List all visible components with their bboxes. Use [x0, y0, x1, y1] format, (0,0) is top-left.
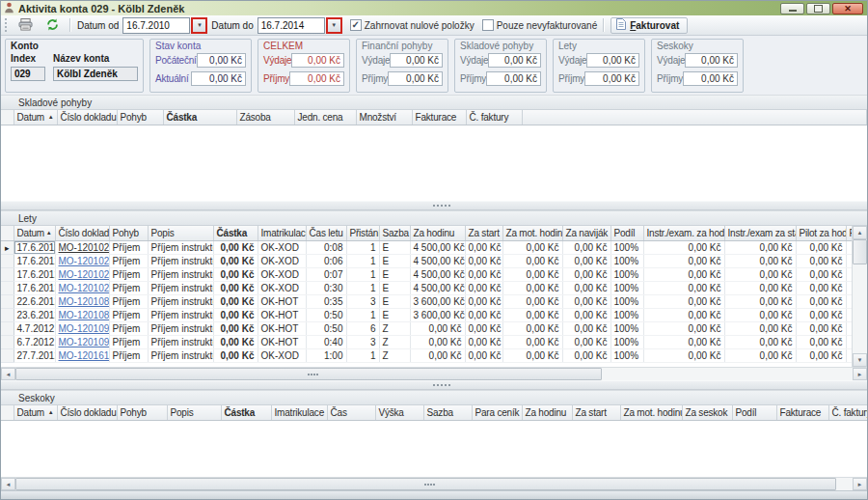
document-link[interactable]: MO-1201084: [59, 296, 110, 307]
splitter-handle[interactable]: [1, 380, 867, 390]
close-button[interactable]: ✕: [832, 3, 863, 14]
refresh-icon: [46, 18, 59, 33]
document-link[interactable]: MO-1201085: [59, 310, 110, 320]
table-row[interactable]: 23.6.2012MO-1201085PříjemPříjem instrukt…: [1, 308, 852, 321]
column-header[interactable]: Para ceník: [472, 405, 522, 420]
table-cell: Příjem: [109, 254, 148, 267]
table-row[interactable]: 4.7.2012MO-1201097PříjemPříjem instrukto…: [1, 321, 852, 335]
document-icon: [616, 18, 626, 32]
scroll-right-icon[interactable]: ►: [853, 368, 867, 380]
column-header[interactable]: Imatrikulace: [271, 405, 327, 420]
column-header[interactable]: Množství: [356, 110, 412, 125]
column-header[interactable]: Datum▲: [14, 110, 57, 125]
refresh-button[interactable]: [41, 16, 64, 35]
document-link[interactable]: MO-1201097: [59, 323, 110, 334]
scroll-up-icon[interactable]: ▲: [853, 226, 867, 239]
table-row[interactable]: 17.6.2012MO-1201022PříjemPříjem instrukt…: [1, 254, 852, 267]
column-header[interactable]: Částka: [213, 226, 258, 240]
column-header[interactable]: [522, 110, 867, 125]
field-value: 0,00 Kč: [289, 71, 344, 86]
lety-horizontal-scrollbar[interactable]: ◄ ►: [1, 367, 867, 380]
column-header[interactable]: Za naviják: [562, 226, 610, 240]
document-link[interactable]: MO-1201021: [59, 242, 110, 253]
column-header[interactable]: Přistání: [346, 226, 379, 240]
only-uninvoiced-checkbox[interactable]: Pouze nevyfakturované: [482, 19, 598, 31]
column-header[interactable]: Popis: [167, 405, 221, 420]
scrollbar-thumb[interactable]: [853, 239, 867, 264]
table-row[interactable]: 17.6.2012MO-1201023PříjemPříjem instrukt…: [1, 267, 852, 281]
column-header[interactable]: Za start: [465, 226, 502, 240]
scroll-left-icon[interactable]: ◄: [1, 478, 15, 490]
minimize-button[interactable]: [780, 3, 804, 14]
column-header[interactable]: Čas letu: [306, 226, 346, 240]
table-row[interactable]: 17.6.2012MO-1201024PříjemPříjem instrukt…: [1, 281, 852, 294]
splitter-handle[interactable]: [1, 201, 867, 210]
column-header[interactable]: Podíl: [732, 405, 776, 420]
scrollbar-thumb[interactable]: [15, 478, 836, 490]
table-cell: 0,00 Kč: [643, 254, 724, 267]
document-link[interactable]: MO-1201615: [59, 350, 110, 361]
column-header[interactable]: Částka: [221, 405, 271, 420]
column-header[interactable]: Čas: [327, 405, 375, 420]
column-header[interactable]: Za mot. hodinu: [620, 405, 682, 420]
table-cell: 4 500,00 Kč: [410, 281, 465, 294]
column-header[interactable]: Instr./exam. za hodinu: [643, 226, 724, 240]
column-header[interactable]: Fakturace: [412, 110, 466, 125]
column-header[interactable]: Č. faktury: [828, 405, 867, 420]
column-header[interactable]: Výška: [375, 405, 423, 420]
include-zero-checkbox[interactable]: Zahrnovat nulové položky: [350, 19, 475, 31]
column-header[interactable]: Za hodinu: [522, 405, 572, 420]
column-header[interactable]: Popis: [148, 226, 213, 240]
table-row[interactable]: 22.6.2012MO-1201084PříjemPříjem instrukt…: [1, 294, 852, 308]
scroll-left-icon[interactable]: ◄: [1, 368, 15, 380]
column-header[interactable]: Sazba: [423, 405, 472, 420]
print-button[interactable]: [14, 16, 37, 35]
column-header[interactable]: Číslo dokladu: [57, 110, 117, 125]
column-header[interactable]: Za mot. hodinu: [502, 226, 562, 240]
column-header[interactable]: Č. faktury: [466, 110, 522, 125]
date-from-dropdown-button[interactable]: ▼: [191, 17, 207, 34]
table-cell: 0,00 Kč: [465, 294, 502, 308]
column-header[interactable]: Jedn. cena: [294, 110, 356, 125]
column-header[interactable]: Pilot za hod.: [796, 226, 846, 240]
group-title: CELKEM: [263, 41, 303, 51]
table-cell: 1: [346, 281, 379, 294]
index-label: Index: [11, 53, 45, 64]
lety-vertical-scrollbar[interactable]: ▲ ▼: [852, 226, 867, 367]
table-row[interactable]: 6.7.2012MO-1201098PříjemPříjem instrukto…: [1, 335, 852, 348]
column-header[interactable]: Za seskok: [682, 405, 732, 420]
column-header[interactable]: Pohyb: [117, 405, 167, 420]
column-header[interactable]: Podíl: [610, 226, 643, 240]
column-header[interactable]: Částka: [163, 110, 236, 125]
column-header[interactable]: Pohyb: [117, 110, 163, 125]
date-to-dropdown-button[interactable]: ▼: [326, 17, 342, 34]
column-header[interactable]: Za start: [572, 405, 620, 420]
column-header[interactable]: Zásoba: [236, 110, 294, 125]
table-row[interactable]: 17.6.2012MO-1201021PříjemPříjem instrukt…: [1, 240, 852, 254]
seskoky-horizontal-scrollbar[interactable]: ◄ ►: [1, 477, 867, 490]
column-header[interactable]: Pohyb: [109, 226, 148, 240]
column-header[interactable]: Imatrikulace: [258, 226, 306, 240]
column-header[interactable]: Číslo dokladu: [55, 226, 109, 240]
konto-group: Konto Index 029 Název konta Kölbl Zdeněk: [5, 39, 144, 93]
document-link[interactable]: MO-1201098: [59, 337, 110, 347]
maximize-button[interactable]: [806, 3, 830, 14]
column-header[interactable]: Datum▲: [14, 405, 57, 420]
column-header[interactable]: Datum▲: [14, 226, 55, 240]
column-header[interactable]: Číslo dokladu: [57, 405, 117, 420]
column-header[interactable]: Instr./exam za start: [724, 226, 796, 240]
document-link[interactable]: MO-1201022: [59, 256, 110, 266]
column-header[interactable]: Sazba: [379, 226, 410, 240]
fakturovat-button[interactable]: Fakturovat: [610, 17, 688, 34]
table-row[interactable]: 27.7.2012MO-1201615PříjemPříjem instrukt…: [1, 348, 852, 362]
date-from-input[interactable]: 16.7.2010: [122, 17, 190, 34]
scroll-right-icon[interactable]: ►: [853, 478, 867, 490]
table-cell: 0,00 Kč: [465, 240, 502, 254]
document-link[interactable]: MO-1201023: [59, 269, 110, 280]
column-header[interactable]: Za hodinu: [410, 226, 465, 240]
document-link[interactable]: MO-1201024: [59, 283, 110, 293]
date-to-input[interactable]: 16.7.2014: [258, 17, 325, 34]
column-header[interactable]: Fakturace: [776, 405, 828, 420]
scrollbar-thumb[interactable]: [15, 368, 602, 380]
scroll-down-icon[interactable]: ▼: [853, 353, 867, 367]
